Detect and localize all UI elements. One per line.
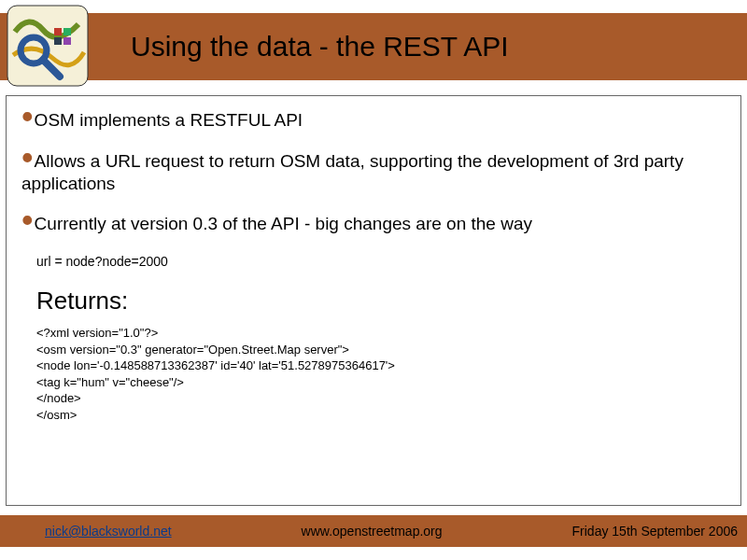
svg-rect-3	[54, 28, 62, 35]
bullet-1: •OSM implements a RESTFUL API	[21, 109, 726, 132]
osm-logo	[6, 4, 90, 88]
bullet-2-text: Allows a URL request to return OSM data,…	[21, 151, 684, 193]
slide-title: Using the data - the REST API	[131, 31, 509, 63]
url-example: url = node?node=2000	[36, 254, 726, 271]
footer-band: nick@blacksworld.net www.openstreetmap.o…	[0, 515, 747, 547]
footer-date: Friday 15th September 2006	[572, 524, 738, 539]
bullet-2: •Allows a URL request to return OSM data…	[21, 150, 726, 195]
svg-rect-6	[63, 37, 71, 45]
bullet-dot-icon: •	[21, 201, 34, 239]
returns-label: Returns:	[36, 286, 726, 316]
bullet-1-text: OSM implements a RESTFUL API	[35, 110, 303, 130]
footer-email[interactable]: nick@blacksworld.net	[45, 524, 172, 539]
xml-output: <?xml version="1.0"?> <osm version="0.3"…	[36, 325, 726, 423]
title-band: Using the data - the REST API	[0, 13, 747, 80]
bullet-3-text: Currently at version 0.3 of the API - bi…	[35, 214, 532, 233]
footer-site: www.openstreetmap.org	[302, 524, 443, 539]
svg-rect-4	[63, 28, 71, 35]
svg-rect-5	[54, 37, 62, 45]
content-panel: •OSM implements a RESTFUL API •Allows a …	[6, 95, 741, 506]
bullet-dot-icon: •	[21, 97, 34, 135]
bullet-dot-icon: •	[21, 138, 34, 176]
bullet-3: •Currently at version 0.3 of the API - b…	[21, 213, 726, 235]
